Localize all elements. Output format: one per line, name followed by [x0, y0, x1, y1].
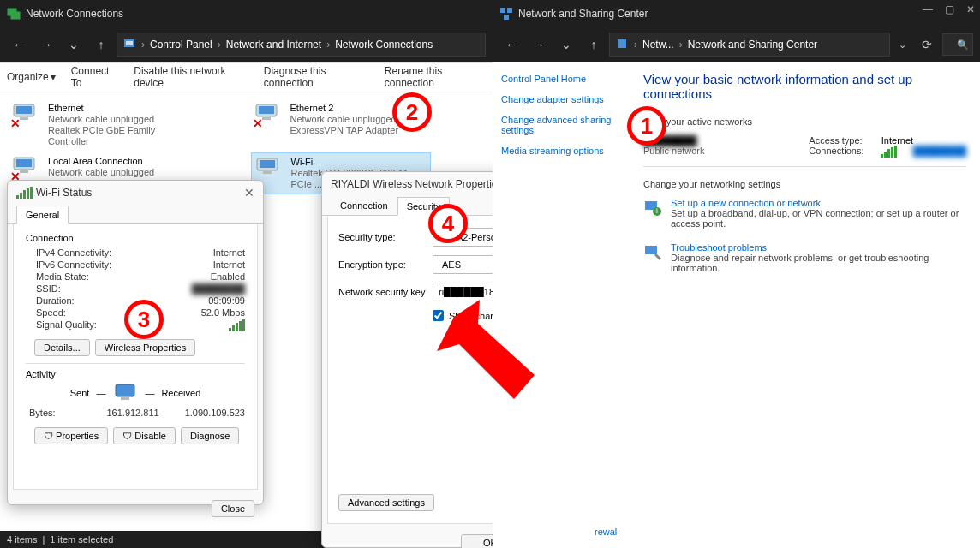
wireless-properties-button[interactable]: Wireless Properties [95, 339, 195, 356]
svg-rect-19 [507, 8, 512, 13]
diagnose-button[interactable]: Diagnose this connection [264, 65, 369, 89]
breadcrumb-network-connections[interactable]: Network Connections [335, 39, 433, 51]
activity-group-label: Activity [26, 369, 245, 379]
annotation-3: 3 [124, 300, 164, 339]
svg-rect-9 [262, 117, 271, 120]
page-header: View your basic network information and … [643, 72, 966, 101]
change-adapter-link[interactable]: Change adapter settings [501, 94, 621, 104]
rename-button[interactable]: Rename this connection [385, 65, 486, 89]
close-window-button[interactable]: ✕ [966, 3, 975, 15]
svg-rect-3 [126, 41, 133, 45]
setup-connection-link[interactable]: Set up a new connection or network [671, 198, 966, 208]
tab-connection[interactable]: Connection [331, 196, 397, 215]
recent-dropdown[interactable]: ⌄ [554, 33, 578, 57]
setup-connection-icon: + [643, 198, 662, 217]
svg-rect-6 [20, 117, 28, 120]
svg-rect-18 [500, 8, 505, 13]
recent-dropdown[interactable]: ⌄ [62, 33, 86, 57]
breadcrumb-control-panel[interactable]: Control Panel [150, 39, 212, 51]
svg-rect-11 [16, 159, 32, 167]
nav-row: ← → ⌄ ↑ › Control Panel › Network and In… [0, 27, 493, 62]
signal-quality-icon [229, 319, 245, 331]
svg-marker-26 [437, 300, 535, 399]
svg-text:+: + [654, 206, 660, 216]
svg-rect-20 [504, 15, 509, 20]
back-button[interactable]: ← [7, 33, 31, 57]
media-streaming-link[interactable]: Media streaming options [501, 146, 621, 156]
annotation-2: 2 [392, 92, 432, 132]
control-panel-home-link[interactable]: Control Panel Home [501, 74, 621, 84]
close-button[interactable]: ✕ [244, 186, 254, 200]
adapter-icon: ✕ [12, 103, 43, 128]
network-sharing-window: Network and Sharing Center ― ▢ ✕ ← → ⌄ ↑… [493, 0, 980, 548]
addr-dropdown[interactable]: ⌄ [899, 39, 906, 51]
command-bar: Organize ▾ Connect To Disable this netwo… [0, 62, 493, 92]
organize-button[interactable]: Organize ▾ [7, 71, 56, 83]
tab-general[interactable]: General [16, 206, 69, 224]
back-button[interactable]: ← [499, 33, 523, 57]
network-connections-icon [7, 7, 21, 21]
selected-count: 1 item selected [50, 534, 113, 545]
main-content: View your basic network information and … [630, 62, 980, 548]
svg-rect-8 [259, 106, 274, 114]
breadcrumb-network-internet[interactable]: Network and Internet [226, 39, 321, 51]
search-box[interactable]: 🔍 [942, 33, 973, 56]
up-button[interactable]: ↑ [89, 33, 113, 57]
maximize-button[interactable]: ▢ [945, 3, 954, 15]
dialog-title: Wi-Fi Status [36, 187, 92, 199]
disconnected-x-icon: ✕ [253, 116, 263, 130]
title-bar: Network Connections [0, 0, 493, 27]
properties-button[interactable]: 🛡 Properties [34, 427, 108, 444]
svg-rect-21 [618, 39, 626, 48]
dialog-title: RIYALDI Wireless Network Properties [331, 178, 503, 190]
disconnected-x-icon: ✕ [10, 116, 21, 130]
address-bar[interactable]: › Netw... › Network and Sharing Center [609, 33, 890, 57]
adapter-item[interactable]: ✕ Ethernet Network cable unplugged Realt… [9, 99, 188, 151]
address-icon [122, 37, 136, 53]
forward-button[interactable]: → [527, 33, 551, 57]
adapter-icon: ✕ [254, 103, 285, 128]
adapter-icon: ✕ [12, 156, 43, 182]
partial-text: rewall [595, 527, 619, 537]
address-bar[interactable]: › Control Panel › Network and Internet ›… [117, 33, 486, 57]
svg-rect-12 [20, 170, 28, 173]
adapter-icon [255, 157, 286, 182]
svg-rect-1 [11, 12, 20, 19]
svg-rect-15 [263, 171, 272, 174]
minimize-button[interactable]: ― [923, 3, 933, 15]
connection-group-label: Connection [26, 233, 245, 243]
diagnose-button[interactable]: Diagnose [181, 427, 239, 444]
setup-connection-desc: Set up a broadband, dial-up, or VPN conn… [671, 208, 966, 229]
breadcrumb-netw[interactable]: Netw... [642, 39, 674, 51]
svg-rect-17 [121, 397, 129, 400]
wifi-status-dialog: Wi-Fi Status ✕ General Connection IPv4 C… [7, 180, 264, 505]
change-advanced-sharing-link[interactable]: Change advanced sharing settings [501, 115, 621, 135]
nav-row: ← → ⌄ ↑ › Netw... › Network and Sharing … [493, 27, 980, 62]
network-sharing-icon [499, 7, 513, 21]
encryption-type-label: Encryption type: [338, 259, 426, 270]
chevron-down-icon: ▾ [51, 71, 56, 83]
network-type: Public network [643, 146, 705, 156]
network-key-label: Network security key [338, 287, 426, 297]
disable-device-button[interactable]: Disable this network device [134, 65, 248, 89]
window-title: Network Connections [26, 8, 123, 20]
window-title: Network and Sharing Center [518, 8, 648, 20]
connect-to-button[interactable]: Connect To [71, 65, 119, 89]
troubleshoot-link[interactable]: Troubleshoot problems [671, 242, 966, 253]
connection-link[interactable]: ████████ [913, 146, 966, 158]
title-bar: Network and Sharing Center ― ▢ ✕ [493, 0, 980, 27]
active-networks-header: View your active networks [643, 116, 966, 127]
details-button[interactable]: Details... [34, 339, 90, 356]
close-dialog-button[interactable]: Close [212, 500, 254, 517]
signal-icon [881, 146, 897, 158]
advanced-settings-button[interactable]: Advanced settings [338, 494, 434, 511]
signal-icon [16, 187, 33, 199]
disable-button[interactable]: 🛡 Disable [113, 427, 176, 444]
troubleshoot-desc: Diagnose and repair network problems, or… [671, 253, 966, 273]
item-count: 4 items [7, 534, 37, 545]
up-button[interactable]: ↑ [582, 33, 606, 57]
refresh-button[interactable]: ⟳ [915, 33, 939, 57]
breadcrumb-sharing-center[interactable]: Network and Sharing Center [688, 39, 817, 51]
svg-rect-14 [260, 160, 275, 168]
forward-button[interactable]: → [34, 33, 58, 57]
